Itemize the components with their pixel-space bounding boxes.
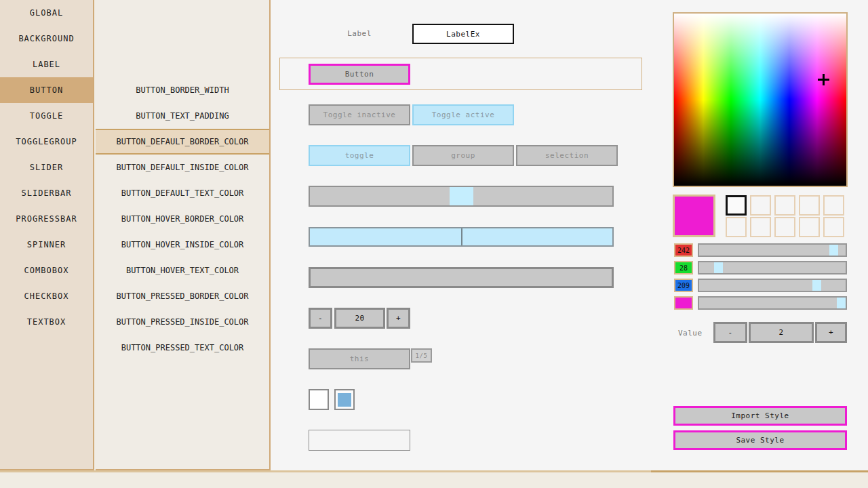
palette-slot[interactable] xyxy=(726,217,747,237)
slider-preview[interactable] xyxy=(309,186,614,207)
sidebar-item-textbox[interactable]: TEXTBOX xyxy=(0,309,93,335)
checkbox-check-mark xyxy=(338,393,351,407)
palette-slot[interactable] xyxy=(799,195,820,216)
green-channel-slider[interactable] xyxy=(698,261,847,274)
sidebar-item-progressbar[interactable]: PROGRESSBAR xyxy=(0,206,93,232)
palette-slot[interactable] xyxy=(774,217,795,237)
slider-handle[interactable] xyxy=(450,187,473,205)
palette-slot[interactable] xyxy=(750,217,771,237)
spinner-plus-button[interactable]: + xyxy=(387,308,410,329)
sidebar-item-spinner[interactable]: SPINNER xyxy=(0,232,93,258)
property-item-pressed-border-color[interactable]: BUTTON_PRESSED_BORDER_COLOR xyxy=(96,283,269,309)
value-label: Value xyxy=(678,329,703,338)
checkbox-unchecked-preview[interactable] xyxy=(309,389,329,410)
green-channel-value: 28 xyxy=(674,261,693,274)
togglegroup-group-preview[interactable]: group xyxy=(412,145,514,166)
alpha-channel-slider[interactable] xyxy=(698,296,847,310)
toggle-active-preview[interactable]: Toggle active xyxy=(412,104,514,125)
label-preview: Label xyxy=(319,29,400,38)
sidebar-item-background[interactable]: BACKGROUND xyxy=(0,26,93,52)
label-textbox-preview[interactable]: LabelEx xyxy=(412,24,514,44)
sidebar-item-togglegroup[interactable]: TOGGLEGROUP xyxy=(0,129,93,155)
alpha-slider-handle[interactable] xyxy=(837,298,846,308)
style-editor-window: GLOBAL BACKGROUND LABEL BUTTON TOGGLE TO… xyxy=(0,0,868,488)
sidebar-item-label[interactable]: LABEL xyxy=(0,52,93,77)
property-item-default-border-color[interactable]: BUTTON_DEFAULT_BORDER_COLOR xyxy=(96,129,269,155)
alpha-channel-value xyxy=(674,296,693,310)
property-item-text-padding[interactable]: BUTTON_TEXT_PADDING xyxy=(96,103,269,129)
palette-slot[interactable] xyxy=(823,217,844,237)
save-style-button[interactable]: Save Style xyxy=(673,430,847,450)
sliderbar-preview[interactable] xyxy=(309,227,614,247)
blue-channel-slider[interactable] xyxy=(698,279,847,292)
property-item-default-inside-color[interactable]: BUTTON_DEFAULT_INSIDE_COLOR xyxy=(96,155,269,180)
button-preview[interactable]: Button xyxy=(309,64,410,85)
property-item-default-text-color[interactable]: BUTTON_DEFAULT_TEXT_COLOR xyxy=(96,180,269,206)
value-plus-button[interactable]: + xyxy=(815,322,847,343)
property-item-hover-inside-color[interactable]: BUTTON_HOVER_INSIDE_COLOR xyxy=(96,232,269,258)
palette-slot[interactable] xyxy=(823,195,844,216)
togglegroup-toggle-preview[interactable]: toggle xyxy=(309,145,410,166)
sidebar-item-slider[interactable]: SLIDER xyxy=(0,155,93,180)
value-minus-button[interactable]: - xyxy=(713,322,747,343)
palette-slot[interactable] xyxy=(726,195,747,216)
palette-slot[interactable] xyxy=(750,195,771,216)
spinner-value[interactable]: 20 xyxy=(334,308,385,329)
blue-slider-handle[interactable] xyxy=(812,280,821,291)
sidebar-item-checkbox[interactable]: CHECKBOX xyxy=(0,283,93,309)
property-list: BUTTON_BORDER_WIDTH BUTTON_TEXT_PADDING … xyxy=(96,0,271,470)
sliderbar-divider[interactable] xyxy=(461,228,462,245)
property-item-pressed-inside-color[interactable]: BUTTON_PRESSED_INSIDE_COLOR xyxy=(96,309,269,335)
value-spinner-value[interactable]: 2 xyxy=(749,322,814,343)
bottom-divider-right xyxy=(651,470,868,472)
checkbox-checked-preview[interactable] xyxy=(334,389,355,410)
current-color-swatch xyxy=(673,195,715,237)
togglegroup-selection-preview[interactable]: selection xyxy=(516,145,618,166)
blue-channel-value: 209 xyxy=(674,279,693,292)
property-item-hover-text-color[interactable]: BUTTON_HOVER_TEXT_COLOR xyxy=(96,258,269,283)
sidebar-item-sliderbar[interactable]: SLIDERBAR xyxy=(0,180,93,206)
sidebar-item-button[interactable]: BUTTON xyxy=(0,77,93,103)
red-channel-value: 242 xyxy=(674,243,693,257)
red-channel-slider[interactable] xyxy=(698,243,847,257)
spinner-minus-button[interactable]: - xyxy=(309,308,332,329)
property-item-hover-border-color[interactable]: BUTTON_HOVER_BORDER_COLOR xyxy=(96,206,269,232)
red-slider-handle[interactable] xyxy=(829,245,838,256)
sidebar-item-global[interactable]: GLOBAL xyxy=(0,0,93,26)
import-style-button[interactable]: Import Style xyxy=(673,406,847,426)
sidebar-item-combobox[interactable]: COMBOBOX xyxy=(0,258,93,283)
widget-category-sidebar: GLOBAL BACKGROUND LABEL BUTTON TOGGLE TO… xyxy=(0,0,94,470)
palette-slot[interactable] xyxy=(799,217,820,237)
sidebar-item-toggle[interactable]: TOGGLE xyxy=(0,103,93,129)
textbox-preview[interactable] xyxy=(309,430,410,451)
toggle-inactive-preview[interactable]: Toggle inactive xyxy=(309,104,410,125)
picker-crosshair-icon xyxy=(818,74,829,85)
color-picker-field[interactable] xyxy=(673,12,848,187)
palette-slot[interactable] xyxy=(774,195,795,216)
property-item-border-width[interactable]: BUTTON_BORDER_WIDTH xyxy=(96,77,269,103)
property-item-pressed-text-color[interactable]: BUTTON_PRESSED_TEXT_COLOR xyxy=(96,335,269,361)
progressbar-preview xyxy=(309,267,614,288)
green-slider-handle[interactable] xyxy=(714,262,723,273)
combobox-preview[interactable]: this xyxy=(309,348,410,369)
combobox-page-badge: 1/5 xyxy=(411,348,432,363)
